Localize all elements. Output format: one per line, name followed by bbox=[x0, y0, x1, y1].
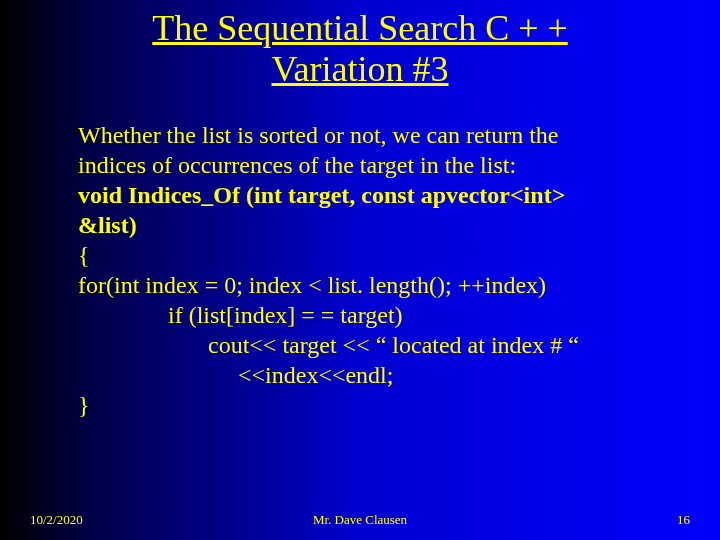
footer-author: Mr. Dave Clausen bbox=[0, 512, 720, 528]
footer-page-number: 16 bbox=[677, 512, 690, 528]
code-line: &list) bbox=[78, 210, 680, 240]
body-line: indices of occurrences of the target in … bbox=[78, 150, 680, 180]
title-line-2: Variation #3 bbox=[272, 49, 449, 89]
code-line: cout<< target << “ located at index # “ bbox=[78, 330, 680, 360]
slide-title: The Sequential Search C + + Variation #3 bbox=[0, 0, 720, 91]
code-line: for(int index = 0; index < list. length(… bbox=[78, 270, 680, 300]
title-line-1: The Sequential Search C + + bbox=[152, 8, 568, 48]
code-line: } bbox=[78, 390, 680, 420]
code-line: { bbox=[78, 240, 680, 270]
code-line: if (list[index] = = target) bbox=[78, 300, 680, 330]
code-line: <<index<<endl; bbox=[78, 360, 680, 390]
slide: The Sequential Search C + + Variation #3… bbox=[0, 0, 720, 540]
body-line: Whether the list is sorted or not, we ca… bbox=[78, 120, 680, 150]
slide-footer: 10/2/2020 Mr. Dave Clausen 16 bbox=[0, 512, 720, 532]
code-line: void Indices_Of (int target, const apvec… bbox=[78, 180, 680, 210]
slide-body: Whether the list is sorted or not, we ca… bbox=[78, 120, 680, 420]
